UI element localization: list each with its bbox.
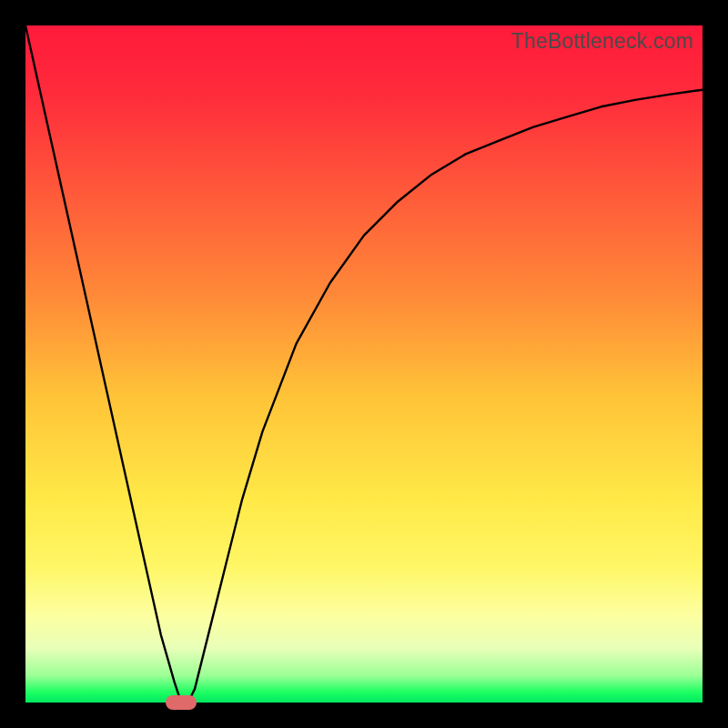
chart-frame: TheBottleneck.com xyxy=(0,0,728,728)
curve-layer xyxy=(25,25,703,703)
bottleneck-marker xyxy=(166,695,197,710)
bottleneck-curve xyxy=(25,25,703,703)
plot-area: TheBottleneck.com xyxy=(25,25,703,703)
